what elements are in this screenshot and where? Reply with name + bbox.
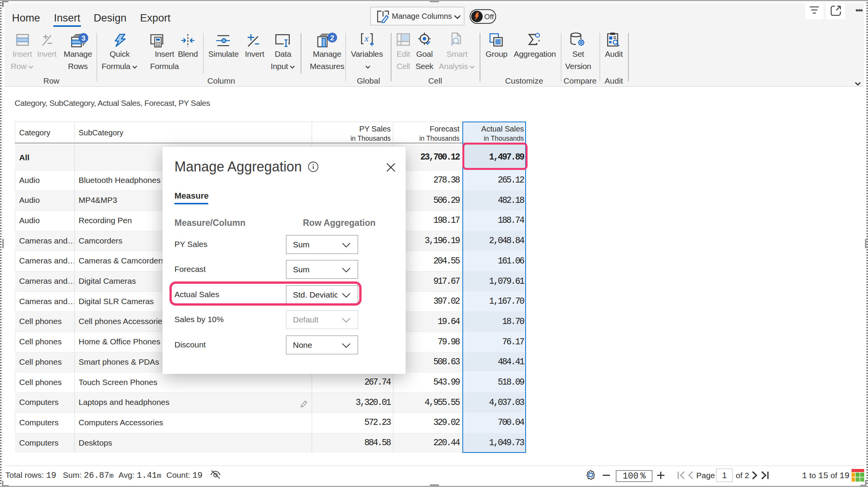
svg-text:3: 3 xyxy=(81,34,85,42)
svg-text:x: x xyxy=(364,33,369,43)
svg-text:2: 2 xyxy=(330,34,334,42)
